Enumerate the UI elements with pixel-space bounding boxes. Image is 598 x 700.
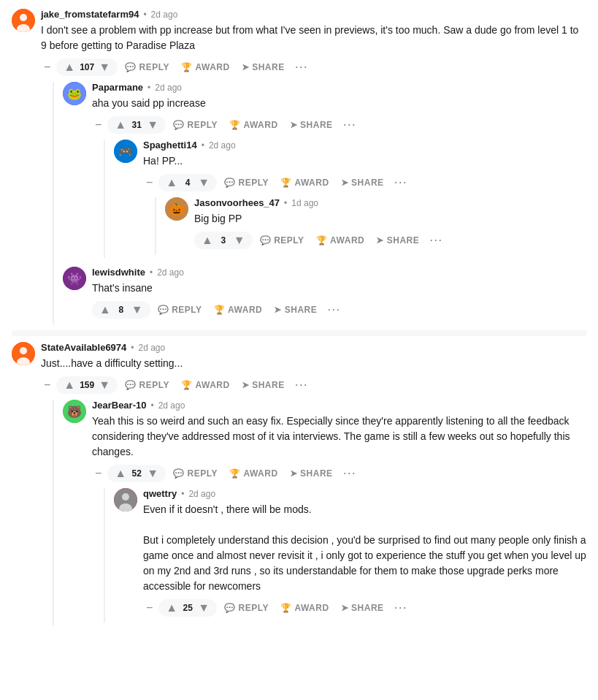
more-options-button[interactable]: ···: [391, 598, 410, 617]
award-button[interactable]: 🏆 Award: [225, 117, 283, 133]
downvote-button[interactable]: ▼: [96, 60, 113, 75]
collapse-button[interactable]: −: [92, 116, 104, 134]
comment-text: Just....have a difficulty setting...: [41, 356, 586, 371]
timestamp: 2d ago: [188, 489, 215, 499]
award-button[interactable]: 🏆 Award: [276, 175, 334, 191]
comment: 🐻 JearBear-10 • 2d ago Yeah this is so w…: [63, 400, 586, 625]
upvote-button[interactable]: ▲: [96, 303, 114, 317]
downvote-button[interactable]: ▼: [231, 233, 248, 248]
award-button[interactable]: 🏆 Award: [177, 377, 234, 393]
upvote-button[interactable]: ▲: [112, 118, 129, 132]
upvote-button[interactable]: ▲: [163, 601, 180, 615]
comment: jake_fromstatefarm94 • 2d ago I don't se…: [12, 9, 586, 327]
share-button[interactable]: ➤ Share: [285, 465, 337, 482]
downvote-button[interactable]: ▼: [144, 118, 161, 132]
downvote-button[interactable]: ▼: [195, 175, 212, 190]
avatar: 🎮: [114, 140, 137, 163]
timestamp: 2d ago: [151, 9, 178, 20]
more-options-button[interactable]: ···: [292, 376, 311, 394]
downvote-button[interactable]: ▼: [129, 303, 146, 317]
share-button[interactable]: ➤ Share: [269, 302, 321, 318]
username: qwettry: [143, 488, 177, 499]
vote-count: 25: [182, 603, 193, 613]
comment-text: Big big PP: [194, 211, 586, 227]
upvote-button[interactable]: ▲: [112, 466, 129, 481]
reply-button[interactable]: 💬 Reply: [120, 377, 174, 393]
svg-text:🐸: 🐸: [67, 87, 82, 101]
username: Spaghetti14: [143, 140, 197, 151]
collapse-button[interactable]: −: [41, 58, 53, 76]
comment-body: Spaghetti14 • 2d ago Ha! PP... − ▲: [143, 140, 586, 258]
comment-header: StateAvailable6974 • 2d ago: [41, 342, 586, 353]
timestamp: 2d ago: [209, 140, 236, 151]
more-options-button[interactable]: ···: [391, 173, 410, 191]
more-options-button[interactable]: ···: [324, 300, 343, 319]
more-options-button[interactable]: ···: [340, 115, 359, 134]
award-button[interactable]: 🏆 Award: [225, 465, 283, 482]
comment-body: qwettry • 2d ago Even if it doesn't , th…: [143, 488, 586, 623]
award-button[interactable]: 🏆 Award: [276, 600, 334, 616]
award-button[interactable]: 🏆 Award: [312, 232, 369, 248]
upvote-button[interactable]: ▲: [199, 233, 216, 248]
more-options-button[interactable]: ···: [340, 464, 359, 482]
share-button[interactable]: ➤ Share: [285, 117, 337, 133]
comment: StateAvailable6974 • 2d ago Just....have…: [12, 342, 586, 628]
share-button[interactable]: ➤ Share: [237, 377, 289, 393]
reply-button[interactable]: 💬 Reply: [220, 600, 273, 616]
upvote-button[interactable]: ▲: [61, 60, 78, 75]
vote-group: ▲ 31 ▼: [107, 116, 166, 134]
more-options-button[interactable]: ···: [426, 231, 445, 249]
award-button[interactable]: 🏆 Award: [210, 302, 267, 318]
downvote-button[interactable]: ▼: [144, 466, 161, 481]
comment-text: I don't see a problem with pp increase b…: [41, 23, 586, 53]
share-button[interactable]: ➤ Share: [337, 175, 388, 191]
vote-group: ▲ 4 ▼: [158, 174, 217, 191]
vote-group: ▲ 52 ▼: [107, 465, 166, 482]
share-icon: ➤: [290, 120, 298, 130]
reply-button[interactable]: 💬 Reply: [220, 175, 273, 191]
comment-header: lewisdwhite • 2d ago: [92, 267, 586, 278]
collapse-button[interactable]: −: [143, 599, 156, 617]
reply-button[interactable]: 💬 Reply: [120, 59, 174, 75]
more-options-button[interactable]: ···: [292, 58, 311, 76]
share-button[interactable]: ➤ Share: [237, 59, 289, 75]
avatar: 🐻: [63, 400, 86, 423]
award-icon: 🏆: [181, 62, 193, 72]
collapse-button[interactable]: −: [143, 174, 156, 191]
collapse-button[interactable]: −: [41, 376, 53, 394]
avatar: 🐸: [63, 82, 86, 105]
reply-button[interactable]: 💬 Reply: [169, 117, 222, 133]
vote-count: 4: [182, 178, 193, 188]
upvote-button[interactable]: ▲: [163, 175, 180, 190]
downvote-button[interactable]: ▼: [96, 378, 113, 392]
vote-count: 107: [80, 62, 94, 72]
comment-header: Spaghetti14 • 2d ago: [143, 140, 586, 151]
comment-body: jake_fromstatefarm94 • 2d ago I don't se…: [41, 9, 586, 327]
comment-thread: jake_fromstatefarm94 • 2d ago I don't se…: [0, 0, 598, 640]
action-bar: ▲ 3 ▼ 💬 Reply: [194, 231, 586, 249]
share-icon: ➤: [290, 468, 298, 479]
reply-button[interactable]: 💬 Reply: [169, 465, 222, 482]
award-button[interactable]: 🏆 Award: [177, 59, 234, 75]
upvote-button[interactable]: ▲: [61, 378, 78, 392]
vote-count: 31: [131, 120, 142, 130]
action-bar: − ▲ 159 ▼ 💬 Reply 🏆 Award ➤ Share: [41, 376, 586, 394]
username: StateAvailable6974: [41, 342, 126, 353]
share-button[interactable]: ➤ Share: [337, 600, 388, 616]
award-icon: 🏆: [214, 305, 226, 315]
reply-button[interactable]: 💬 Reply: [256, 232, 309, 248]
award-icon: 🏆: [229, 120, 241, 130]
svg-text:🐻: 🐻: [67, 405, 82, 419]
downvote-button[interactable]: ▼: [195, 601, 212, 615]
comment: 🎮 Spaghetti14 • 2d ago Ha! PP.: [114, 140, 586, 258]
comment-text: Even if it doesn't , there will be mods.…: [143, 502, 586, 594]
award-icon: 🏆: [280, 178, 292, 188]
reply-button[interactable]: 💬 Reply: [153, 302, 207, 318]
comment: qwettry • 2d ago Even if it doesn't , th…: [114, 488, 586, 623]
username: Jasonvoorhees_47: [194, 197, 280, 208]
vote-group: ▲ 25 ▼: [158, 599, 217, 617]
collapse-button[interactable]: −: [92, 465, 104, 482]
vote-count: 8: [115, 305, 127, 315]
share-button[interactable]: ➤ Share: [372, 232, 423, 248]
replies: 🐸 Paparmane • 2d ago aha you said pp inc…: [53, 82, 586, 324]
